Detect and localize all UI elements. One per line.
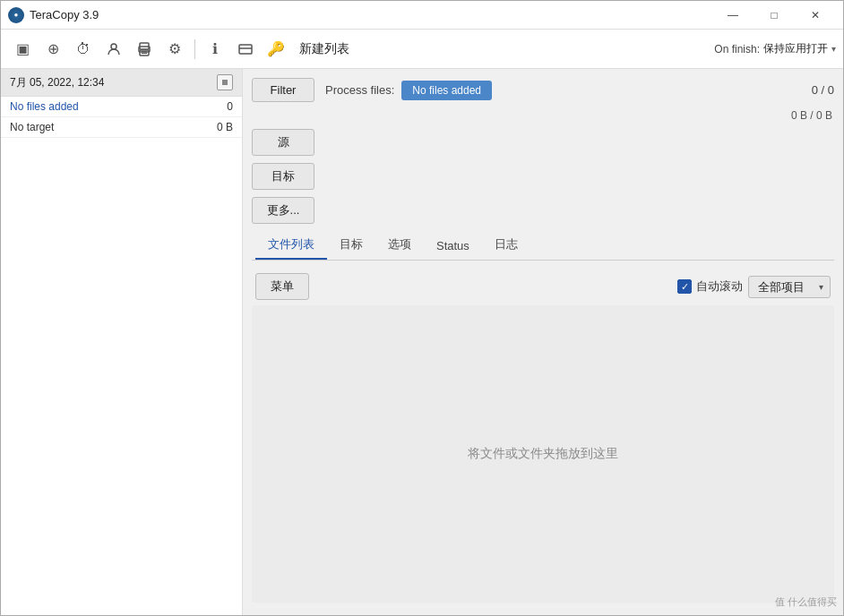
no-files-badge: No files added: [401, 81, 492, 100]
no-target-label: No target: [10, 121, 54, 133]
tab-log[interactable]: 日志: [482, 231, 530, 260]
close-button[interactable]: ✕: [795, 1, 836, 30]
info-button[interactable]: ℹ: [201, 35, 229, 64]
filter-dropdown-wrapper: 全部项目 已复制 跳过 失败: [748, 276, 831, 298]
no-files-value: 0: [227, 100, 233, 113]
drop-zone-text: 将文件或文件夹拖放到这里: [468, 446, 618, 462]
no-target-value: 0 B: [217, 121, 233, 133]
stop-button[interactable]: [217, 74, 233, 90]
tab-toolbar: 菜单 自动滚动 全部项目 已复制 跳过 失败: [252, 268, 834, 305]
size-value: 0 B / 0 B: [791, 109, 832, 122]
list-info-no-files: No files added 0: [1, 97, 242, 117]
auto-scroll-checkbox[interactable]: 自动滚动: [677, 278, 743, 295]
app-window: ● TeraCopy 3.9 — □ ✕ ▣ ⊕ ⏱: [0, 0, 844, 616]
drop-zone[interactable]: 将文件或文件夹拖放到这里: [252, 305, 834, 603]
watermark: 值 什么值得买: [775, 595, 837, 609]
list-date: 7月 05, 2022, 12:34: [10, 75, 104, 90]
tab-options[interactable]: 选项: [375, 231, 424, 260]
title-bar: ● TeraCopy 3.9 — □ ✕: [1, 1, 843, 30]
tab-files[interactable]: 文件列表: [255, 231, 327, 260]
on-finish-control: On finish: 保持应用打开 ▾: [714, 41, 836, 56]
list-name: 新建列表: [299, 41, 712, 57]
toolbar: ▣ ⊕ ⏱ ⚙ ℹ 🔑 新建列表: [1, 30, 843, 69]
new-list-button[interactable]: ⊕: [39, 35, 67, 64]
svg-rect-6: [239, 45, 252, 54]
toolbar-separator-1: [194, 39, 195, 59]
size-row: 0 B / 0 B: [252, 109, 834, 122]
more-row: 更多...: [252, 197, 834, 224]
tab-target[interactable]: 目标: [327, 231, 375, 260]
source-button[interactable]: 源: [252, 129, 314, 156]
target-button[interactable]: 目标: [252, 163, 314, 190]
window-controls: — □ ✕: [712, 1, 836, 30]
app-icon: ●: [8, 7, 24, 23]
settings-button[interactable]: ⚙: [160, 35, 189, 64]
list-item-header: 7月 05, 2022, 12:34: [1, 69, 242, 97]
right-panel: Filter Process files: No files added 0 /…: [243, 69, 843, 615]
target-row: 目标: [252, 163, 834, 190]
tab-status[interactable]: Status: [424, 234, 482, 260]
main-content: 7月 05, 2022, 12:34 No files added 0 No t…: [1, 69, 843, 615]
tab-content-files: 菜单 自动滚动 全部项目 已复制 跳过 失败: [252, 268, 834, 606]
window-title: TeraCopy 3.9: [30, 8, 712, 21]
filter-dropdown[interactable]: 全部项目 已复制 跳过 失败: [748, 276, 831, 298]
panel-button[interactable]: [231, 35, 260, 64]
tabs-bar: 文件列表 目标 选项 Status 日志: [252, 231, 834, 261]
no-files-label: No files added: [10, 100, 79, 113]
more-button[interactable]: 更多...: [252, 197, 314, 224]
auto-scroll-label: 自动滚动: [696, 278, 743, 295]
on-finish-dropdown-button[interactable]: ▾: [831, 44, 836, 54]
auto-scroll-row: 自动滚动 全部项目 已复制 跳过 失败: [677, 276, 831, 298]
file-count: 0 / 0: [812, 83, 834, 97]
source-row: 源: [252, 129, 834, 156]
on-finish-label: On finish:: [714, 43, 760, 56]
auto-scroll-checkbox-box[interactable]: [677, 279, 692, 294]
sidebar-toggle-button[interactable]: ▣: [8, 35, 37, 64]
left-panel: 7月 05, 2022, 12:34 No files added 0 No t…: [1, 69, 243, 615]
maximize-button[interactable]: □: [754, 1, 795, 30]
profile-button[interactable]: [99, 35, 128, 64]
print-button[interactable]: [130, 35, 159, 64]
list-info-no-target: No target 0 B: [1, 117, 242, 138]
svg-point-0: [111, 44, 116, 49]
process-label: Process files:: [325, 83, 394, 97]
filter-button[interactable]: Filter: [252, 78, 314, 102]
key-button[interactable]: 🔑: [262, 35, 290, 64]
svg-rect-8: [222, 80, 228, 85]
minimize-button[interactable]: —: [712, 1, 754, 30]
on-finish-value: 保持应用打开: [763, 41, 828, 56]
history-button[interactable]: ⏱: [69, 35, 98, 64]
svg-rect-5: [142, 53, 147, 54]
filter-process-row: Filter Process files: No files added 0 /…: [252, 78, 834, 102]
svg-rect-4: [142, 51, 147, 52]
menu-button[interactable]: 菜单: [255, 273, 309, 300]
